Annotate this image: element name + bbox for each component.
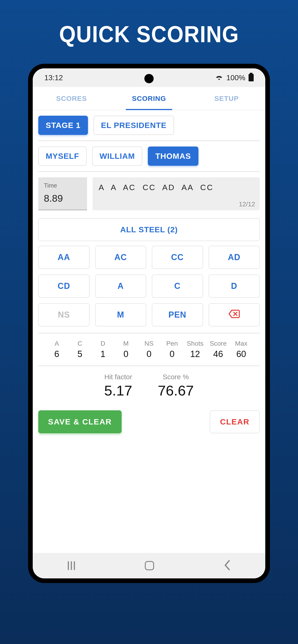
score-pct-label: Score % xyxy=(158,373,194,381)
hits-count: 12/12 xyxy=(239,200,255,208)
key-m[interactable]: M xyxy=(95,303,146,326)
stat-max-label: Max xyxy=(230,340,253,347)
key-d[interactable]: D xyxy=(209,274,260,298)
phone-frame: 13:12 100% SCORES SCORING SETUP STAGE 1 … xyxy=(28,64,270,583)
stat-score-value: 46 xyxy=(207,349,229,359)
stat-pen-label: Pen xyxy=(161,340,184,347)
hit-factor-value: 5.17 xyxy=(104,382,132,399)
key-cc[interactable]: CC xyxy=(152,246,203,269)
nav-home-icon[interactable] xyxy=(145,561,154,570)
shooter-thomas[interactable]: THOMAS xyxy=(148,146,198,166)
key-ad[interactable]: AD xyxy=(209,246,260,269)
stat-pen-value: 0 xyxy=(161,349,184,359)
stat-ns-value: 0 xyxy=(137,349,160,359)
stat-d-value: 1 xyxy=(91,349,114,359)
tab-scores[interactable]: SCORES xyxy=(33,87,110,110)
stat-score-label: Score xyxy=(207,340,229,347)
key-a[interactable]: A xyxy=(95,274,146,298)
stage-chip[interactable]: STAGE 1 xyxy=(38,116,88,135)
wifi-icon xyxy=(215,74,223,82)
screen: 13:12 100% SCORES SCORING SETUP STAGE 1 … xyxy=(33,68,265,578)
android-nav-bar xyxy=(33,553,265,578)
stats-row: A6 C5 D1 M0 NS0 Pen0 Shots12 Score46 Max… xyxy=(38,333,260,366)
all-steel-button[interactable]: ALL STEEL (2) xyxy=(38,218,260,241)
stat-d-label: D xyxy=(91,340,114,347)
score-pct-value: 76.67 xyxy=(158,382,194,399)
key-pen[interactable]: PEN xyxy=(152,303,203,326)
save-clear-button[interactable]: SAVE & CLEAR xyxy=(38,410,122,433)
tab-scoring[interactable]: SCORING xyxy=(110,87,188,110)
nav-back-icon[interactable] xyxy=(224,560,230,571)
keypad: AA AC CC AD CD A C D NS M PEN xyxy=(38,246,260,333)
status-bar: 13:12 100% xyxy=(33,68,265,87)
shooter-william[interactable]: WILLIAM xyxy=(92,146,142,166)
stat-max-value: 60 xyxy=(230,349,253,359)
stage-name-chip[interactable]: EL PRESIDENTE xyxy=(94,116,174,135)
battery-icon xyxy=(248,74,254,81)
clear-button[interactable]: CLEAR xyxy=(210,410,260,433)
time-box[interactable]: Time 8.89 xyxy=(38,177,87,210)
time-value: 8.89 xyxy=(44,193,82,204)
key-backspace[interactable] xyxy=(209,303,260,326)
hits-box: A A AC CC AD AA CC 12/12 xyxy=(93,177,260,210)
stat-a-value: 6 xyxy=(45,349,68,359)
key-c[interactable]: C xyxy=(152,274,203,298)
tab-setup[interactable]: SETUP xyxy=(188,87,265,110)
backspace-icon xyxy=(229,310,240,320)
key-cd[interactable]: CD xyxy=(38,274,90,298)
status-time: 13:12 xyxy=(44,74,63,82)
hits-sequence: A A AC CC AD AA CC xyxy=(99,183,254,192)
camera-notch xyxy=(144,74,154,83)
time-label: Time xyxy=(44,182,82,189)
stat-shots-label: Shots xyxy=(184,340,207,347)
nav-recent-icon[interactable] xyxy=(68,561,75,570)
stat-ns-label: NS xyxy=(137,340,160,347)
tabs: SCORES SCORING SETUP xyxy=(33,87,265,110)
stat-a-label: A xyxy=(45,340,68,347)
key-ns[interactable]: NS xyxy=(38,303,90,326)
factor-row: Hit factor 5.17 Score % 76.67 xyxy=(38,366,260,408)
key-aa[interactable]: AA xyxy=(38,246,90,269)
stat-c-label: C xyxy=(68,340,91,347)
stat-m-label: M xyxy=(114,340,137,347)
stat-m-value: 0 xyxy=(114,349,137,359)
page-title: QUICK SCORING xyxy=(59,21,239,48)
shooter-myself[interactable]: MYSELF xyxy=(38,146,87,166)
stat-shots-value: 12 xyxy=(184,349,207,359)
key-ac[interactable]: AC xyxy=(95,246,146,269)
stat-c-value: 5 xyxy=(68,349,91,359)
status-battery-text: 100% xyxy=(226,74,245,82)
hit-factor-label: Hit factor xyxy=(104,373,132,381)
